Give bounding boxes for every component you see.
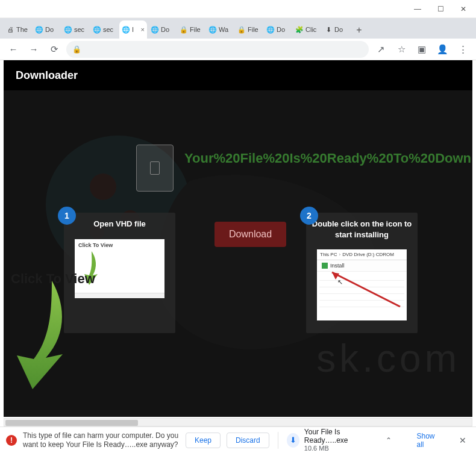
warning-text: This type of file can harm your computer…: [23, 431, 180, 449]
svg-point-1: [90, 173, 116, 200]
discard-button[interactable]: Discard: [227, 433, 269, 448]
red-arrow-icon: [325, 267, 403, 310]
download-filename: Your File Is Ready…..exe: [304, 428, 377, 445]
window-maximize-button[interactable]: ☐: [429, 1, 452, 17]
back-button[interactable]: ←: [5, 41, 22, 58]
page-header: Downloader: [4, 60, 472, 90]
download-icon: ⬇: [287, 433, 299, 448]
lock-icon: 🔒: [237, 25, 246, 34]
tab-label: The: [16, 26, 28, 33]
tab-do-2[interactable]: 🌐Do: [148, 20, 176, 39]
ready-text: Your%20File%20Is%20Ready%20To%20Down: [184, 151, 471, 166]
download-meta: Your File Is Ready…..exe 10.6 MB: [304, 428, 377, 453]
tab-label: sec: [74, 26, 84, 33]
tab-label: Do: [277, 26, 285, 33]
window-minimize-button[interactable]: —: [406, 1, 429, 17]
globe-icon: 🌐: [64, 25, 72, 34]
tab-file-1[interactable]: 🔒File: [177, 20, 205, 39]
page-title: Downloader: [16, 69, 78, 82]
tab-label: File: [190, 26, 201, 33]
tab-label: Clic: [305, 26, 316, 33]
step-card-2: 2 Double click on the icon to start inst…: [306, 213, 418, 333]
step-badge-2: 2: [300, 207, 318, 225]
shelf-close-button[interactable]: ✕: [456, 433, 470, 448]
thumb2-path: This PC›DVD Drive (D:) CDROM: [317, 249, 407, 260]
click-to-view-text: Click To View: [11, 271, 95, 287]
tab-label: sec: [103, 26, 113, 33]
download-shelf: ! This type of file can harm your comput…: [0, 426, 476, 453]
tab-label: Wa: [219, 26, 228, 33]
globe-icon: 🌐: [151, 25, 159, 34]
tab-do-3[interactable]: 🌐Do: [264, 20, 292, 39]
tab-wa[interactable]: 🌐Wa: [206, 20, 234, 39]
download-icon: ⬇: [324, 25, 333, 34]
globe-icon: 🌐: [93, 25, 101, 34]
keep-button[interactable]: Keep: [186, 433, 221, 448]
tab-strip: 🖨The 🌐Do 🌐sec 🌐sec 🌐I× 🌐Do 🔒File 🌐Wa 🔒Fi…: [0, 18, 476, 39]
globe-icon: 🌐: [266, 25, 275, 34]
globe-icon: 🌐: [208, 25, 217, 34]
path-seg-b: DVD Drive (D:) CDROM: [342, 252, 394, 257]
address-bar[interactable]: 🔒: [66, 41, 369, 58]
tab-active[interactable]: 🌐I×: [119, 20, 147, 39]
svg-line-4: [332, 272, 400, 307]
horizontal-scrollbar[interactable]: [4, 418, 472, 426]
page: sk.com Downloader Your%20File%20Is%20Rea…: [4, 60, 472, 417]
thumb1-footer: [75, 293, 164, 298]
step-thumb-2: This PC›DVD Drive (D:) CDROM Install ↖: [317, 249, 407, 320]
reload-button[interactable]: ⟳: [46, 41, 63, 58]
tab-the[interactable]: 🖨The: [4, 20, 31, 39]
tab-do-1[interactable]: 🌐Do: [33, 20, 60, 39]
step-title-2: Double click on the icon to start instal…: [306, 213, 418, 246]
tab-sec-1[interactable]: 🌐sec: [61, 20, 89, 39]
bookmark-button[interactable]: ☆: [393, 41, 410, 58]
tab-sec-2[interactable]: 🌐sec: [90, 20, 118, 39]
download-item[interactable]: ⬇ Your File Is Ready…..exe 10.6 MB ⌃: [287, 428, 396, 453]
download-button[interactable]: Download: [215, 222, 286, 247]
tab-do-4[interactable]: ⬇Do: [322, 20, 349, 39]
step-thumb-1: Click To View: [75, 239, 164, 298]
step-badge-1: 1: [58, 207, 76, 225]
globe-icon: 🌐: [35, 25, 43, 34]
big-green-arrow-icon: [8, 277, 75, 392]
thumb1-label: Click To View: [75, 239, 164, 251]
tab-label: Do: [45, 26, 54, 33]
file-icon: [136, 145, 174, 192]
tab-close-icon[interactable]: ×: [141, 26, 145, 33]
printer-icon: 🖨: [6, 25, 14, 34]
puzzle-icon: 🧩: [295, 25, 304, 34]
window-close-button[interactable]: ✕: [452, 1, 475, 17]
scrollbar-thumb[interactable]: [5, 420, 138, 426]
share-button[interactable]: ↗: [372, 41, 389, 58]
tab-label: Do: [334, 26, 343, 33]
warning-icon: !: [6, 435, 17, 446]
tab-label: Do: [161, 26, 169, 33]
forward-button[interactable]: →: [25, 41, 42, 58]
lock-icon: 🔒: [72, 45, 81, 54]
tab-label: File: [248, 26, 258, 33]
viewport: sk.com Downloader Your%20File%20Is%20Rea…: [4, 60, 472, 417]
tab-label: I: [132, 26, 134, 33]
window-titlebar: — ☐ ✕: [0, 0, 476, 18]
step-title-1: Open VHD file: [64, 213, 175, 236]
tab-file-2[interactable]: 🔒File: [235, 20, 263, 39]
show-all-button[interactable]: Show all: [408, 429, 449, 452]
globe-icon: 🌐: [122, 25, 130, 34]
lock-icon: 🔒: [180, 25, 188, 34]
divider: [278, 432, 278, 449]
download-chevron-icon[interactable]: ⌃: [381, 432, 396, 449]
menu-button[interactable]: ⋮: [454, 41, 471, 58]
download-size: 10.6 MB: [304, 445, 377, 452]
new-tab-button[interactable]: +: [351, 22, 368, 39]
path-seg-a: This PC: [320, 252, 337, 257]
profile-button[interactable]: 👤: [434, 41, 451, 58]
watermark-text: sk.com: [316, 336, 460, 381]
browser-toolbar: ← → ⟳ 🔒 ↗ ☆ ▣ 👤 ⋮: [0, 39, 476, 60]
tab-clic[interactable]: 🧩Clic: [293, 20, 321, 39]
extensions-button[interactable]: ▣: [413, 41, 430, 58]
